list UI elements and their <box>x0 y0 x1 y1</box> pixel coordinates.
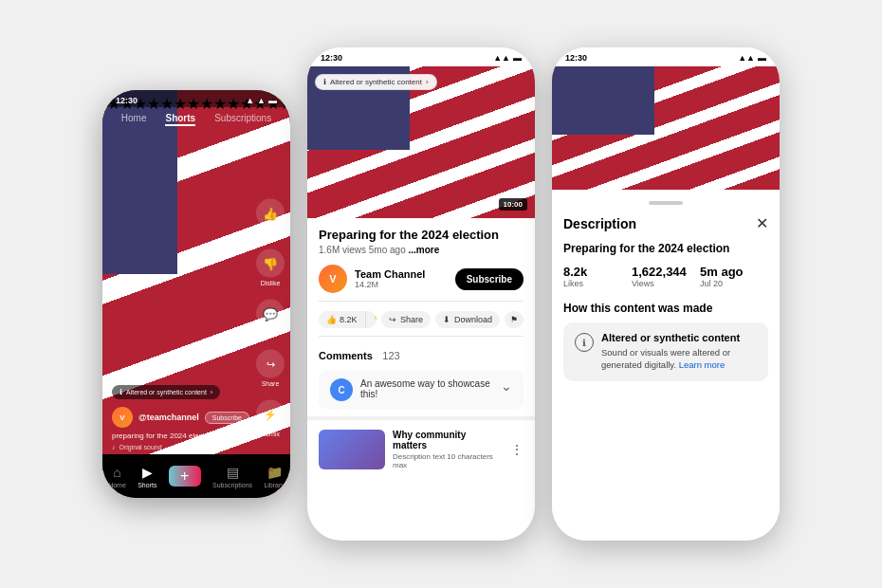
more-link[interactable]: ...more <box>409 245 440 255</box>
wifi-icon-2: ▲▲ <box>493 53 510 63</box>
status-time-2: 12:30 <box>321 53 342 63</box>
library-icon: 📁 <box>266 465 283 480</box>
nav-item-library[interactable]: 📁 Library <box>264 465 284 488</box>
channel-subs-2: 14.2M <box>355 280 448 289</box>
phone-2: 12:30 ▲▲ ▬ ℹ Altered or synthetic conten… <box>307 47 535 541</box>
battery-icon-3: ▬ <box>758 53 766 63</box>
synthetic-badge-1[interactable]: ℹ Altered or synthetic content › <box>112 385 220 399</box>
chevron-down-icon: ⌄ <box>501 378 512 394</box>
share-button[interactable]: ↪ Share <box>381 311 431 328</box>
learn-more-link[interactable]: Learn more <box>679 359 726 370</box>
home-icon: ⌂ <box>113 465 120 480</box>
subscribe-button-1[interactable]: Subscribe <box>205 412 249 424</box>
description-panel: Description ✕ Preparing for the 2024 ele… <box>552 190 780 541</box>
comments-section: Comments 123 C An awesome way to showcas… <box>307 346 535 409</box>
channel-avatar-1: V <box>112 407 133 428</box>
wifi-icon-3: ▲▲ <box>738 53 755 63</box>
video-description-1: preparing for the 2024 election #electio… <box>112 432 281 440</box>
phone1-bottom-overlay: ℹ Altered or synthetic content › V @team… <box>102 381 290 450</box>
nav-item-home[interactable]: ⌂ Home <box>108 465 126 488</box>
likes-label: Likes <box>563 279 632 288</box>
like-button[interactable]: 👍 8.2K <box>319 311 366 328</box>
battery-icon-2: ▬ <box>513 53 522 63</box>
drag-handle[interactable] <box>649 201 683 205</box>
phone2-content: Preparing for the 2024 election 1.6M vie… <box>307 218 535 337</box>
like-dislike-group: 👍 8.2K 👎 <box>319 311 377 328</box>
comment-action[interactable]: 💬 123 <box>256 300 285 337</box>
dislike-button[interactable]: 👎 <box>366 311 377 328</box>
bottom-nav-1: ⌂ Home ▶ Shorts + ▤ Subscriptions 📁 Libr… <box>102 454 290 498</box>
phone-1: ★★★★★★★★★★★★★★★★★★★★★★★★★★★★★★★★★★★★★★★★… <box>102 90 290 498</box>
channel-avatar-2: V <box>319 265 347 293</box>
views-value: 1,622,344 <box>632 265 700 279</box>
channel-info-2: Team Channel 14.2M <box>355 268 448 289</box>
chevron-right-icon-2: › <box>426 78 429 86</box>
thumbs-up-icon: 👍 <box>326 315 337 324</box>
video-duration: 10:00 <box>499 198 527 211</box>
desc-header: Description ✕ <box>563 214 768 232</box>
likes-value: 8.2k <box>563 265 632 279</box>
nav-item-shorts[interactable]: ▶ Shorts <box>138 465 156 488</box>
video-title-2: Preparing for the 2024 election <box>319 228 524 242</box>
video-meta-2: 1.6M views 5mo ago ...more <box>319 245 524 255</box>
nav-item-add[interactable]: + <box>169 466 201 487</box>
video-thumbnail-2: ℹ Altered or synthetic content › 10:00 <box>307 66 535 218</box>
date-value: 5m ago <box>700 265 768 279</box>
info-icon-2: ℹ <box>323 78 326 86</box>
shorts-icon: ▶ <box>142 465 153 480</box>
phone1-top-nav: Home Shorts Subscriptions <box>102 90 290 132</box>
nav-shorts-pill[interactable]: Shorts <box>165 113 195 126</box>
more-actions-button[interactable]: ⚑ <box>505 311 524 328</box>
synthetic-card-title: Altered or synthetic content <box>601 332 757 343</box>
next-video-area: Why community matters Description text 1… <box>307 416 535 479</box>
flag-bg-3 <box>552 66 780 190</box>
status-time-3: 12:30 <box>565 53 587 63</box>
comment-item[interactable]: C An awesome way to showcase this! ⌄ <box>319 371 524 409</box>
comments-header: Comments 123 <box>319 346 524 363</box>
video-thumbnail-3 <box>552 66 780 190</box>
sound-row: ♪ Original sound <box>112 444 281 450</box>
synthetic-content-card[interactable]: ℹ Altered or synthetic content Sound or … <box>563 322 768 381</box>
views-stat: 1,622,344 Views <box>632 265 700 288</box>
channel-name-2[interactable]: Team Channel <box>355 268 448 280</box>
date-stat: 5m ago Jul 20 <box>700 265 768 288</box>
likes-stat: 8.2k Likes <box>563 265 632 288</box>
thumbs-down-icon: 👎 <box>374 315 377 324</box>
nav-home-pill[interactable]: Home <box>121 113 147 126</box>
status-bar-3: 12:30 ▲▲ ▬ <box>552 47 780 66</box>
how-made-title: How this content was made <box>563 302 768 315</box>
channel-name-1[interactable]: @teamchannel <box>138 413 199 422</box>
info-icon-card: ℹ <box>575 333 594 352</box>
next-video-title: Why community matters <box>393 430 503 450</box>
phone1-screen: ★★★★★★★★★★★★★★★★★★★★★★★★★★★★★★★★★★★★★★★★… <box>102 90 290 498</box>
info-icon-badge: ℹ <box>119 388 122 396</box>
subscribe-button-2[interactable]: Subscribe <box>455 268 524 290</box>
add-button[interactable]: + <box>169 466 201 487</box>
date-label: Jul 20 <box>700 279 768 288</box>
next-video-info: Why community matters Description text 1… <box>393 430 503 469</box>
download-icon: ⬇ <box>443 315 450 324</box>
action-row: 👍 8.2K 👎 ↪ Share ⬇ Download ⚑ <box>319 311 524 337</box>
like-action[interactable]: 👍 12K <box>256 199 285 236</box>
next-video-menu-icon[interactable]: ⋮ <box>510 442 524 457</box>
channel-row-2: V Team Channel 14.2M Subscribe <box>319 265 524 302</box>
comment-avatar: C <box>330 378 353 401</box>
nav-subs-pill[interactable]: Subscriptions <box>214 113 271 126</box>
status-bar-2: 12:30 ▲▲ ▬ <box>307 47 535 66</box>
channel-row-1: V @teamchannel Subscribe <box>112 407 281 428</box>
synthetic-badge-2[interactable]: ℹ Altered or synthetic content › <box>315 74 437 90</box>
download-button[interactable]: ⬇ Download <box>435 311 500 328</box>
close-button[interactable]: ✕ <box>756 214 768 232</box>
nav-item-subscriptions[interactable]: ▤ Subscriptions <box>212 465 252 488</box>
status-icons-3: ▲▲ ▬ <box>738 53 766 63</box>
music-icon: ♪ <box>112 444 116 450</box>
next-video-item[interactable]: Why community matters Description text 1… <box>319 430 524 469</box>
desc-video-title: Preparing for the 2024 election <box>563 242 768 255</box>
next-video-thumbnail <box>319 430 385 469</box>
description-title: Description <box>563 216 636 231</box>
dislike-action[interactable]: 👎 Dislike <box>256 249 285 286</box>
status-icons-2: ▲▲ ▬ <box>493 53 522 63</box>
comment-text: An awesome way to showcase this! <box>360 378 493 399</box>
desc-stats-row: 8.2k Likes 1,622,344 Views 5m ago Jul 20 <box>563 265 768 288</box>
share-icon: ↪ <box>389 315 396 324</box>
